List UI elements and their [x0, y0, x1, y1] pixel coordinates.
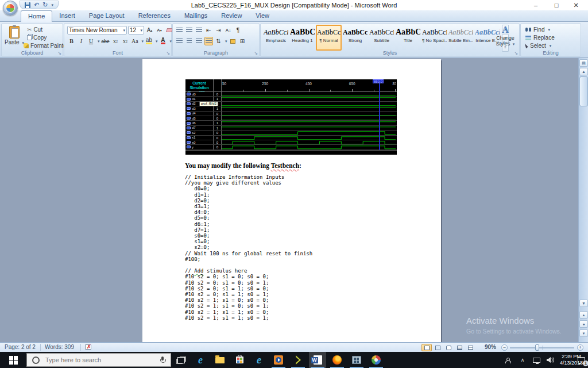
maximize-button[interactable]: □	[548, 1, 565, 9]
style-item-title[interactable]: AaBbCTitle	[395, 25, 421, 51]
web-layout-view-button[interactable]	[443, 344, 454, 351]
style-item--no-spaci-[interactable]: AaBbCcI¶ No Spaci...	[421, 25, 447, 51]
taskbar-xilinx-button[interactable]	[368, 352, 385, 368]
align-right-button[interactable]	[195, 37, 203, 45]
strikethrough-button[interactable]: abe	[101, 37, 110, 45]
action-center-button[interactable]: 1	[574, 352, 588, 368]
search-input[interactable]	[44, 356, 160, 364]
taskbar-arrow-app-button[interactable]	[289, 352, 307, 368]
minimize-button[interactable]: –	[527, 1, 544, 9]
close-button[interactable]: ✕	[567, 1, 585, 9]
print-layout-view-button[interactable]	[421, 344, 432, 351]
ribbon-tab-review[interactable]: Review	[214, 10, 249, 22]
select-button[interactable]: Select▾	[525, 43, 551, 49]
previous-page-button[interactable]: ▴	[579, 311, 588, 319]
select-browse-object-button[interactable]: ●	[579, 320, 588, 328]
people-tray-icon[interactable]	[501, 352, 514, 368]
ribbon-tab-references[interactable]: References	[131, 10, 177, 22]
proofing-status-icon[interactable]: ✗	[85, 344, 93, 351]
volume-tray-icon[interactable]	[544, 352, 557, 368]
style-item--normal[interactable]: AaBbCcI¶ Normal	[316, 25, 342, 51]
taskbar-file-explorer-button[interactable]	[211, 352, 229, 368]
bullets-button[interactable]	[175, 26, 184, 34]
zoom-slider-thumb[interactable]	[535, 344, 539, 351]
underline-dropdown-icon[interactable]: ▾	[98, 39, 100, 44]
draft-view-button[interactable]	[465, 344, 475, 351]
full-screen-reading-view-button[interactable]	[432, 344, 443, 351]
page-indicator[interactable]: Page: 2 of 2	[5, 344, 36, 350]
font-color-button[interactable]: A	[158, 37, 167, 45]
zoom-level[interactable]: 90%	[485, 344, 496, 350]
shrink-font-button[interactable]: A▾	[155, 26, 164, 34]
next-page-button[interactable]: ▾	[579, 329, 588, 337]
highlight-dropdown-icon[interactable]: ▾	[156, 39, 158, 44]
office-button[interactable]	[3, 1, 18, 16]
clipboard-dialog-launcher-icon[interactable]: ↘	[57, 51, 61, 56]
justify-button[interactable]	[204, 37, 213, 45]
align-center-button[interactable]	[185, 37, 194, 45]
taskbar-edge-button[interactable]: e	[192, 352, 209, 368]
font-color-dropdown-icon[interactable]: ▾	[169, 39, 172, 44]
document-page[interactable]: Current Simulation Time: 850 ns 50250450…	[142, 59, 441, 342]
increase-indent-button[interactable]: ⇥	[214, 26, 223, 34]
superscript-button[interactable]: x2	[121, 37, 129, 45]
show-marks-button[interactable]: ¶	[234, 26, 242, 34]
numbering-button[interactable]	[185, 26, 194, 34]
start-button[interactable]	[0, 352, 26, 368]
zoom-out-button[interactable]: −	[501, 344, 508, 351]
hidden-icons-caret[interactable]: ∧	[517, 352, 528, 368]
format-painter-button[interactable]: Format Painter	[24, 43, 68, 49]
decrease-indent-button[interactable]: ⇤	[204, 26, 213, 34]
ribbon-tab-mailings[interactable]: Mailings	[177, 10, 214, 22]
ribbon-tab-insert[interactable]: Insert	[52, 10, 82, 22]
ribbon-tab-home[interactable]: Home	[21, 10, 52, 22]
simulation-waveform-image[interactable]: Current Simulation Time: 850 ns 50250450…	[185, 79, 397, 155]
task-view-button[interactable]	[172, 352, 189, 368]
highlight-button[interactable]: ab	[145, 37, 153, 45]
grow-font-button[interactable]: A▴	[145, 26, 154, 34]
outline-view-button[interactable]	[454, 344, 465, 351]
taskbar-media-app-button[interactable]	[270, 352, 287, 368]
ribbon-tab-page-layout[interactable]: Page Layout	[82, 10, 131, 22]
style-item-heading-1[interactable]: AaBbCHeading 1	[289, 25, 315, 51]
ribbon-tab-view[interactable]: View	[249, 10, 276, 22]
taskbar-firefox-button[interactable]	[328, 352, 346, 368]
font-family-combo[interactable]: Times New Roman▾	[67, 26, 127, 34]
microphone-icon[interactable]	[160, 356, 165, 363]
change-case-button[interactable]: Aa	[130, 37, 139, 45]
taskbar-word-button[interactable]	[309, 352, 326, 368]
word-count[interactable]: Words: 309	[45, 344, 74, 350]
taskbar-internet-explorer-button[interactable]: e	[250, 352, 268, 368]
multilevel-list-button[interactable]	[195, 26, 203, 34]
style-item-subtle-em-[interactable]: AaBbCcISubtle Em...	[448, 25, 474, 51]
style-item-emphasis[interactable]: AaBbCcIEmphasis	[263, 25, 289, 51]
font-dialog-launcher-icon[interactable]: ↘	[166, 51, 170, 56]
styles-dialog-launcher-icon[interactable]: ↘	[514, 51, 518, 56]
bold-button[interactable]: B	[67, 37, 76, 45]
scroll-down-icon[interactable]: ▼	[579, 300, 588, 307]
cut-button[interactable]: ✂Cut	[27, 26, 42, 33]
find-button[interactable]: Find▾	[525, 26, 550, 33]
line-spacing-dropdown-icon[interactable]: ▾	[225, 39, 227, 44]
line-spacing-button[interactable]: ⇅	[214, 37, 223, 45]
subscript-button[interactable]: x2	[111, 37, 119, 45]
shading-button[interactable]	[229, 37, 237, 45]
italic-button[interactable]: I	[77, 37, 86, 45]
taskbar-ise-button[interactable]	[348, 352, 365, 368]
underline-button[interactable]: U	[87, 37, 95, 45]
align-left-button[interactable]	[175, 37, 184, 45]
zoom-slider-track[interactable]	[510, 347, 574, 348]
change-case-dropdown-icon[interactable]: ▾	[141, 39, 144, 44]
style-item-subtitle[interactable]: AaBbCcISubtitle	[369, 25, 394, 51]
scrollbar-thumb[interactable]	[579, 76, 588, 106]
taskbar-store-button[interactable]	[231, 352, 248, 368]
style-item-strong[interactable]: AaBbCcIStrong	[342, 25, 368, 51]
zoom-in-button[interactable]: +	[577, 344, 583, 351]
taskbar-search-box[interactable]	[26, 353, 171, 367]
paragraph-dialog-launcher-icon[interactable]: ↘	[254, 51, 258, 56]
replace-button[interactable]: Replace	[525, 34, 555, 41]
copy-button[interactable]: Copy	[27, 34, 47, 41]
sort-button[interactable]: A↓	[224, 26, 233, 34]
network-tray-icon[interactable]	[529, 352, 543, 368]
scroll-up-icon[interactable]: ▲	[579, 68, 588, 75]
